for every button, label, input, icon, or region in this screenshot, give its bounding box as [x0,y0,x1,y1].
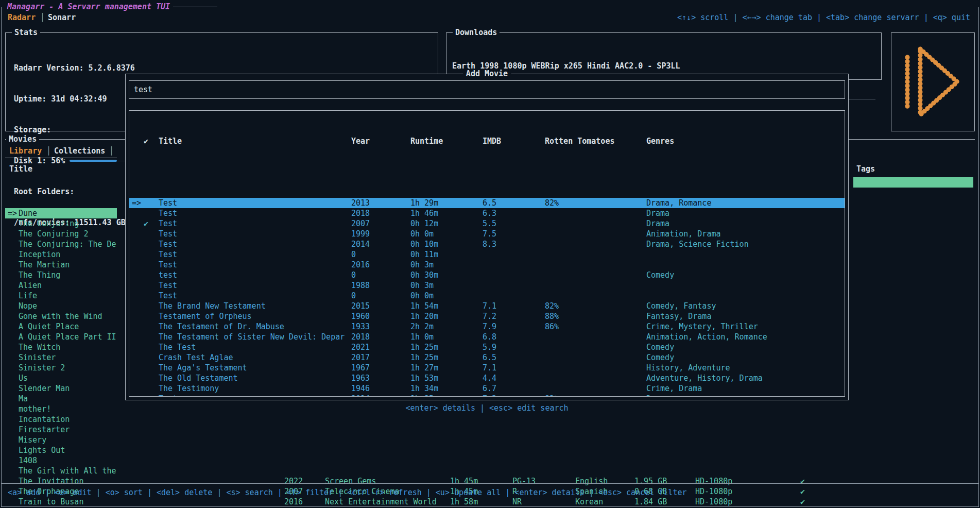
movie-row[interactable]: Slender Man [5,383,117,394]
result-genres: Comedy [646,342,674,352]
result-row[interactable]: The Old Testament 1963 1h 53m 4.4 Advent… [129,373,845,383]
tab-collections[interactable]: Collections [54,146,105,156]
result-row[interactable]: Test 1999 0h 0m 7.5 Animation, Drama [129,229,845,239]
movie-studio: Next Entertainment World [325,497,437,507]
disk-percent: 56% [51,156,65,166]
result-runtime: 1h 34m [410,383,438,394]
selection-marker: => [8,208,17,218]
result-imdb-rating: 6.3 [483,208,496,218]
result-year: 2018 [351,208,370,218]
result-runtime: 1h 53m [410,373,438,383]
movie-title: The Conjuring [19,218,79,229]
gauge-fill [70,160,116,162]
result-title: Test [159,394,177,397]
result-title: The Test [159,342,196,352]
version-value: 5.2.6.8376 [88,63,134,73]
movie-row[interactable]: Inception [5,249,117,260]
result-row[interactable]: Test 2014 1h 35m 7.3 82% Drama [129,394,845,397]
result-title: Test [159,239,177,249]
result-row[interactable]: The Testament of Dr. Mabuse 1933 2h 2m 7… [129,321,845,332]
movie-row[interactable]: Us [5,373,117,383]
movie-row[interactable]: Misery [5,435,117,445]
result-row[interactable]: Crash Test Aglae 2017 1h 25m 6.5 Comedy [129,352,845,363]
movie-title: Incantation [19,414,70,425]
tab-radarr[interactable]: Radarr [8,12,36,23]
result-runtime: 1h 25m [410,342,438,352]
movie-certification: NR [512,497,522,507]
movie-search-input[interactable] [129,80,845,99]
movie-quality-profile: HD-1080p [695,497,732,507]
result-year: 2014 [351,394,370,397]
movie-title: Alien [19,280,42,291]
movie-title: Misery [19,435,46,445]
movie-row[interactable]: A Quiet Place Part II [5,332,117,342]
result-year: 1933 [351,321,370,332]
result-row[interactable]: Test 2018 1h 46m 6.3 Drama [129,208,845,218]
result-row[interactable]: Testament of Orpheus 1960 1h 20m 7.2 88%… [129,311,845,321]
result-row[interactable]: Test 2016 0h 3m [129,260,845,270]
result-imdb-rating: 4.4 [483,373,496,383]
result-year: 2018 [351,332,370,342]
movie-row[interactable]: The Thing [5,270,117,280]
movie-title: The Witch [19,342,60,352]
app-title: Managarr - A Servarr management TUI [7,2,170,12]
movie-row[interactable]: Gone with the Wind [5,311,117,321]
movie-row[interactable]: Life [5,291,117,301]
result-row[interactable]: Test 0 0h 0m [129,291,845,301]
result-imdb-rating: 7.3 [483,394,496,397]
result-rotten-tomatoes: 82% [545,301,559,311]
result-row[interactable]: The Testimony 1946 1h 34m 6.7 Crime, Dra… [129,383,845,394]
movie-row[interactable]: The Conjuring [5,218,117,229]
managarr-play-logo-icon [901,42,966,122]
result-year: 2014 [351,239,370,249]
results-column-year: Year [351,136,370,146]
result-row[interactable]: => Test 2013 1h 29m 6.5 82% Drama, Roman… [129,198,845,208]
movie-row[interactable]: Nope [5,301,117,311]
movie-row[interactable]: Incantation [5,414,117,425]
download-item-row[interactable]: Earth 1998 1080p WEBRip x265 Hindi AAC2.… [452,61,875,71]
tab-sonarr[interactable]: Sonarr [48,12,76,23]
movie-row[interactable]: The Conjuring: The De [5,239,117,249]
result-row[interactable]: Test 0 0h 11m [129,249,845,260]
result-row[interactable]: The Aga's Testament 1967 1h 27m 7.1 Hist… [129,363,845,373]
movie-size: 1.95 GB [634,476,667,486]
result-row[interactable]: ✔ Test 2007 0h 12m 5.5 Drama [129,218,845,229]
movie-row[interactable]: A Quiet Place [5,321,117,332]
movie-row[interactable]: The Conjuring 2 [5,229,117,239]
movie-row[interactable]: => Dune [5,208,117,218]
movie-row[interactable]: Sinister 2 [5,363,117,373]
result-row[interactable]: Test 1988 0h 3m [129,280,845,291]
result-row[interactable]: The Brand New Testament 2015 1h 54m 7.1 … [129,301,845,311]
movie-title: Slender Man [19,383,70,394]
result-genres: Drama [646,394,669,397]
result-row[interactable]: The Testament of Sister New Devil: Depar… [129,332,845,342]
movie-row[interactable]: Alien [5,280,117,291]
movie-row[interactable]: Firestarter [5,425,117,435]
result-genres: Animation, Action, Romance [646,332,767,342]
movie-row[interactable]: The Witch [5,342,117,352]
movie-row[interactable]: Ma [5,394,117,404]
movie-row[interactable]: mother! [5,404,117,414]
result-title: Crash Test Aglae [159,352,233,363]
result-title: The Testimony [159,383,219,394]
movie-row[interactable]: The Martian [5,260,117,270]
managarr-app: Managarr - A Servarr management TUI Rada… [0,0,980,508]
search-results-table: ✔ Title Year Runtime IMDB Rotten Tomatoe… [129,110,845,397]
result-row[interactable]: test 0 0h 30m Comedy [129,270,845,280]
result-year: 2007 [351,218,370,229]
movie-detail-row[interactable]: 2022 Screen Gems 1h 45m PG-13 English 1.… [0,476,980,486]
results-column-rotten-tomatoes: Rotten Tomatoes [545,136,614,146]
result-title: The Old Testament [159,373,238,383]
tab-library[interactable]: Library [9,146,42,156]
result-title: Test [159,260,177,270]
result-row[interactable]: Test 2014 0h 10m 8.3 Drama, Science Fict… [129,239,845,249]
result-year: 1967 [351,363,370,373]
result-title: test [159,270,177,280]
result-imdb-rating: 5.9 [483,342,496,352]
result-year: 0 [351,291,356,301]
movie-detail-row[interactable]: 2016 Next Entertainment World 1h 58m NR … [0,497,980,507]
movie-title: Gone with the Wind [19,311,102,321]
selected-row-tags-cell [853,177,973,188]
movie-row[interactable]: Sinister [5,352,117,363]
result-row[interactable]: The Test 2021 1h 25m 5.9 Comedy [129,342,845,352]
